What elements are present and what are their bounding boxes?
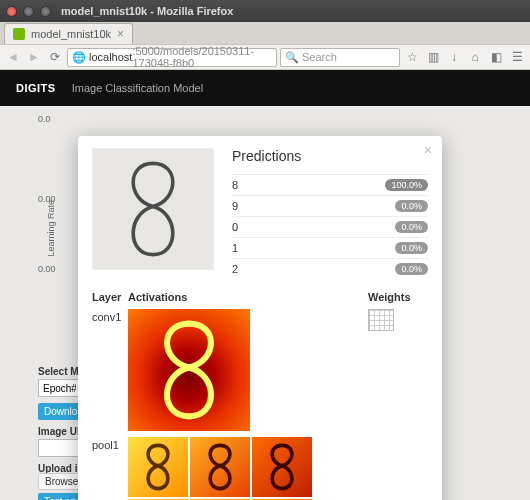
tab-close-icon[interactable]: × [117, 27, 124, 41]
layers-header: Layer Activations Weights [92, 291, 428, 303]
browser-tab-bar: model_mnist10k × [0, 22, 530, 44]
reload-button[interactable]: ⟳ [46, 48, 64, 66]
digit-eight-drawing [93, 149, 213, 269]
prediction-label: 1 [232, 242, 395, 254]
browser-tab[interactable]: model_mnist10k × [4, 23, 133, 44]
bookmarks-icon[interactable]: ▥ [424, 48, 442, 66]
activation-area [128, 309, 368, 431]
window-titlebar: model_mnist10k - Mozilla Firefox [0, 0, 530, 22]
tab-favicon [13, 28, 25, 40]
activation-area [128, 437, 368, 500]
home-icon[interactable]: ⌂ [466, 48, 484, 66]
prediction-label: 0 [232, 221, 395, 233]
prediction-row: 8 100.0% [232, 174, 428, 195]
col-weights-header: Weights [368, 291, 428, 303]
prediction-row: 1 0.0% [232, 237, 428, 258]
prediction-badge: 0.0% [395, 242, 428, 254]
prediction-row: 0 0.0% [232, 216, 428, 237]
bookmark-star-icon[interactable]: ☆ [403, 48, 421, 66]
predictions-panel: Predictions 8 100.0% 9 0.0% 0 0.0% 1 0.0… [232, 148, 428, 279]
prediction-row: 9 0.0% [232, 195, 428, 216]
window-maximize-button[interactable] [40, 6, 51, 17]
prediction-label: 9 [232, 200, 395, 212]
page-subtitle: Image Classification Model [72, 82, 203, 94]
forward-button: ► [25, 48, 43, 66]
window-close-button[interactable] [6, 6, 17, 17]
prediction-badge: 0.0% [395, 200, 428, 212]
search-icon: 🔍 [285, 51, 299, 64]
pool-cell [252, 437, 312, 497]
sidebar-icon[interactable]: ◧ [487, 48, 505, 66]
layer-row: pool1 [92, 437, 428, 500]
layer-name: pool1 [92, 437, 128, 500]
layer-name: conv1 [92, 309, 128, 431]
weights-thumbnail [368, 309, 394, 331]
window-title: model_mnist10k - Mozilla Firefox [61, 5, 233, 17]
layer-row: conv1 [92, 309, 428, 431]
search-bar[interactable]: 🔍 Search [280, 48, 400, 67]
input-thumbnail [92, 148, 214, 270]
globe-icon: 🌐 [72, 51, 86, 64]
modal-close-button[interactable]: × [424, 142, 432, 158]
pool1-activation-grid [128, 437, 368, 500]
prediction-label: 8 [232, 179, 385, 191]
url-host: localhost [89, 51, 132, 63]
predictions-title: Predictions [232, 148, 428, 164]
prediction-badge: 0.0% [395, 221, 428, 233]
app-navbar: DIGITS Image Classification Model [0, 70, 530, 106]
search-placeholder: Search [302, 51, 337, 63]
pool-cell [128, 437, 188, 497]
prediction-row: 2 0.0% [232, 258, 428, 279]
pool-cell [190, 437, 250, 497]
back-button[interactable]: ◄ [4, 48, 22, 66]
prediction-badge: 100.0% [385, 179, 428, 191]
tab-title: model_mnist10k [31, 28, 111, 40]
conv1-activation-image [128, 309, 250, 431]
weights-area [368, 437, 428, 500]
col-activations-header: Activations [128, 291, 368, 303]
page-viewport: DIGITS Image Classification Model 0.0 0.… [0, 70, 530, 500]
col-layer-header: Layer [92, 291, 128, 303]
prediction-badge: 0.0% [395, 263, 428, 275]
window-minimize-button[interactable] [23, 6, 34, 17]
inference-modal: × Predictions 8 100.0% 9 0.0% 0 [78, 136, 442, 500]
app-brand[interactable]: DIGITS [16, 82, 56, 94]
address-bar[interactable]: 🌐 localhost:5000/models/20150311-173048-… [67, 48, 277, 67]
weights-area [368, 309, 428, 431]
menu-icon[interactable]: ☰ [508, 48, 526, 66]
url-rest: :5000/models/20150311-173048-f8b0 [132, 45, 272, 69]
downloads-icon[interactable]: ↓ [445, 48, 463, 66]
digit-eight-activation [128, 309, 250, 431]
prediction-label: 2 [232, 263, 395, 275]
browser-toolbar: ◄ ► ⟳ 🌐 localhost:5000/models/20150311-1… [0, 44, 530, 70]
